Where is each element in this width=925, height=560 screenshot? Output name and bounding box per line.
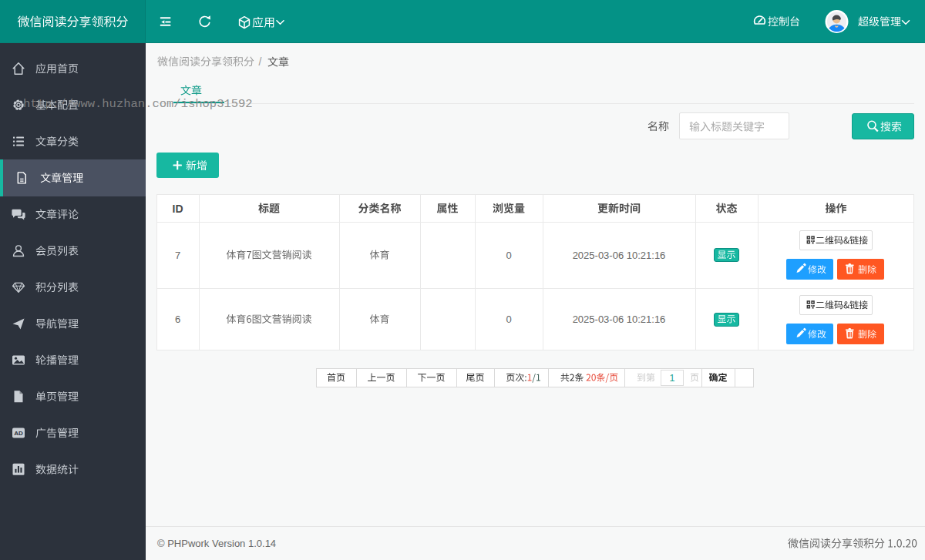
svg-text:1: 1 <box>670 373 675 384</box>
svg-text:ID: ID <box>173 203 183 215</box>
svg-text:7: 7 <box>175 250 180 261</box>
svg-text:0: 0 <box>506 250 511 261</box>
svg-text:AD: AD <box>14 430 23 437</box>
svg-text:6: 6 <box>175 314 180 325</box>
svg-text:2025-03-06 10:21:16: 2025-03-06 10:21:16 <box>573 314 666 325</box>
svg-text:http://www.huzhan.com/ishop315: http://www.huzhan.com/ishop31592 <box>23 97 253 111</box>
svg-text:/: / <box>259 55 262 68</box>
svg-text:0: 0 <box>506 314 511 325</box>
svg-text:2025-03-06 10:21:16: 2025-03-06 10:21:16 <box>573 250 666 261</box>
svg-text:© PHPwork Version 1.0.14: © PHPwork Version 1.0.14 <box>157 538 276 549</box>
